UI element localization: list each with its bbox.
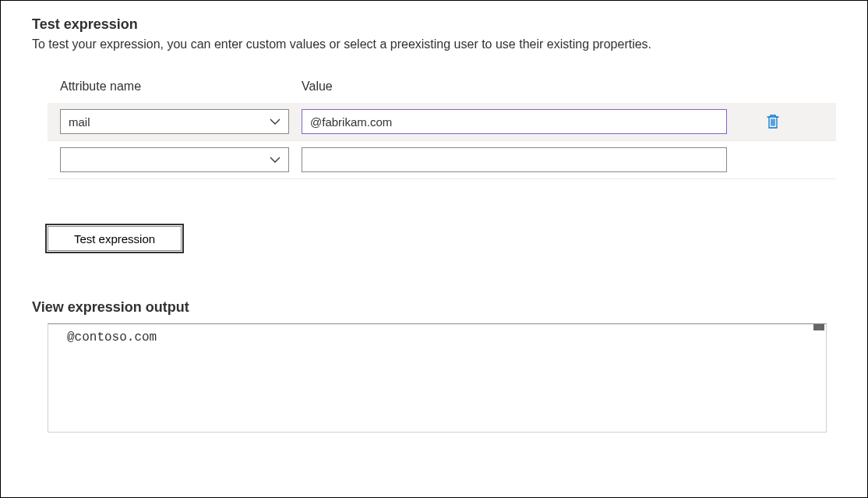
expression-output-box[interactable]: @contoso.com bbox=[48, 323, 827, 433]
table-headers: Attribute name Value bbox=[32, 79, 836, 94]
test-expression-panel: Test expression To test your expression,… bbox=[0, 0, 868, 498]
attribute-row: mail bbox=[48, 103, 836, 141]
attribute-name-dropdown[interactable]: mail bbox=[60, 109, 289, 134]
header-value: Value bbox=[302, 79, 836, 94]
delete-icon[interactable] bbox=[766, 114, 780, 129]
test-expression-button[interactable]: Test expression bbox=[48, 226, 182, 251]
header-attribute-name: Attribute name bbox=[60, 79, 302, 94]
section-title: Test expression bbox=[32, 16, 836, 33]
section-description: To test your expression, you can enter c… bbox=[32, 37, 836, 51]
chevron-down-icon bbox=[270, 154, 281, 165]
chevron-down-icon bbox=[270, 116, 281, 127]
scrollbar-thumb[interactable] bbox=[813, 324, 824, 330]
dropdown-selected-value: mail bbox=[69, 115, 270, 129]
attribute-name-dropdown[interactable] bbox=[60, 147, 289, 172]
output-title: View expression output bbox=[32, 299, 836, 316]
attribute-row bbox=[48, 141, 836, 179]
expression-output-text: @contoso.com bbox=[67, 330, 807, 344]
attribute-rows: mail bbox=[32, 103, 836, 179]
value-input[interactable] bbox=[302, 147, 727, 172]
value-input[interactable] bbox=[302, 109, 727, 134]
